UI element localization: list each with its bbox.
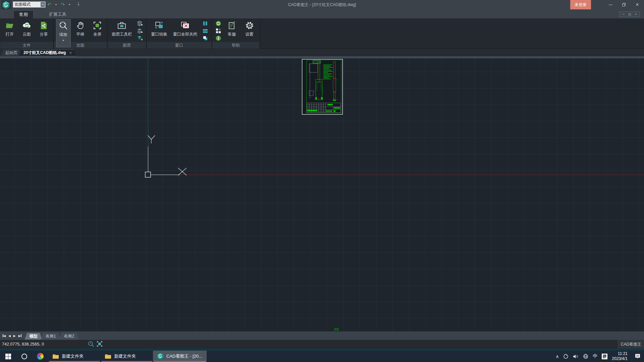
y-axis-label (148, 135, 155, 143)
quick-access-toolbar: 览图模式 ▾ ↶ ▾ ↷ ▾ ▾ (13, 1, 79, 8)
drawing-canvas[interactable] (0, 58, 644, 331)
zoom-extents-button[interactable] (97, 341, 103, 348)
undo-dropdown-button[interactable]: ▾ (53, 2, 59, 8)
layer-toolbar-button[interactable]: 图层工具栏 (110, 19, 133, 37)
group-label-window: 窗口 (147, 42, 211, 49)
windows-taskbar: 新建文件夹 新建文件夹 CAD看图王 - [20... ∧ (0, 351, 644, 362)
layer-list-button[interactable] (137, 20, 143, 26)
share-button[interactable]: 分享 (36, 19, 51, 37)
cursor-coordinates: 742.0775, 636.2565, 0 (0, 342, 44, 347)
ribbon-group-layer: 图层工具栏 图层 (107, 18, 147, 49)
document-tab-row: 起始页 20寸前叉CAD图纸.dwg × (0, 49, 644, 56)
ribbon-tab-extended-tools[interactable]: 扩展工具 (44, 10, 72, 18)
layout-tab-bar: ◀ ◀ ▶ ▶ 模型 布局1 布局2 (0, 331, 644, 340)
taskbar-folder1-button[interactable]: 新建文件夹 (48, 351, 101, 362)
folder-icon (52, 354, 59, 359)
ribbon-tab-common[interactable]: 常用 (13, 10, 34, 18)
search-button[interactable] (16, 351, 32, 362)
layout-tab-layout1[interactable]: 布局1 (41, 333, 61, 340)
next-tab-button[interactable]: ▶ (13, 334, 16, 338)
volume-icon[interactable] (573, 354, 579, 359)
customer-service-button[interactable]: 客服 (224, 19, 239, 37)
mdi-close-button[interactable]: × (634, 12, 638, 16)
zoom-button[interactable]: 缩放 ▾ (56, 19, 71, 47)
settings-button[interactable]: 设置 (242, 19, 257, 37)
doc-tab-drawing[interactable]: 20寸前叉CAD图纸.dwg × (19, 49, 76, 56)
minimize-icon (622, 14, 625, 14)
open-button[interactable]: 打开 (2, 19, 17, 37)
ribbon-group-help: 客服 设置 帮助 (212, 18, 260, 49)
layer-on-button[interactable] (137, 28, 143, 34)
window-switch-button[interactable]: 窗口转换 (150, 19, 169, 37)
minimize-button[interactable] (604, 0, 617, 9)
overflow-caret-icon: ▾ (78, 3, 79, 6)
layout-tab-model[interactable]: 模型 (25, 333, 42, 340)
redo-button[interactable]: ↷ (60, 2, 66, 8)
fullscreen-icon (92, 20, 102, 31)
cad-drawing-preview[interactable] (302, 59, 343, 115)
clock-time: 11:21 (612, 351, 628, 356)
maximize-button[interactable] (617, 0, 631, 9)
ribbon-group-window: 窗口转换 窗口全部关闭 (147, 18, 212, 49)
zoom-magnifier-icon (58, 20, 68, 31)
tray-chevron-up-icon[interactable]: ∧ (556, 354, 559, 359)
group-label-file: 文件 (0, 42, 53, 49)
clock-date: 2023/4/1 (612, 356, 628, 361)
first-tab-button[interactable]: ◀ (3, 334, 6, 338)
system-tray: ∧ 中 拼 11:21 2023/4/1 (556, 351, 644, 362)
cascade-windows-button[interactable] (202, 35, 209, 41)
pan-button[interactable]: 平移 (73, 19, 88, 37)
app-window: 览图模式 ▾ ↶ ▾ ↷ ▾ ▾ CAD看图王 - [20寸前叉CAD图纸.dw… (0, 0, 644, 362)
view-mode-select[interactable]: 览图模式 ▾ (13, 1, 46, 8)
doc-tab-start-page[interactable]: 起始页 (1, 49, 22, 56)
support-doc-icon (227, 20, 237, 31)
windows-logo-icon (5, 354, 11, 359)
group-label-help: 帮助 (212, 42, 259, 49)
redo-dropdown-button[interactable]: ▾ (66, 2, 72, 8)
layer-current-button[interactable] (137, 35, 143, 41)
layout-tab-layout2[interactable]: 布局2 (59, 333, 79, 340)
ribbon: 打开 云图 分享 文件 (0, 18, 644, 49)
window-title: CAD看图王 - [20寸前叉CAD图纸.dwg] (0, 0, 644, 9)
app-logo-icon[interactable] (1, 0, 11, 9)
pickbox-cursor (145, 172, 151, 177)
window-close-all-icon (180, 20, 190, 31)
close-all-windows-button[interactable]: 窗口全部关闭 (172, 19, 199, 37)
action-center-icon[interactable] (635, 354, 641, 359)
toolbar-overflow-button[interactable]: ▾ (73, 2, 79, 8)
prev-tab-button[interactable]: ◀ (8, 334, 11, 338)
tile-horizontal-button[interactable] (202, 28, 209, 34)
cloud-drawing-button[interactable]: 云图 (19, 19, 34, 37)
taskbar-cad-app-button[interactable]: CAD看图王 - [20... (153, 351, 207, 362)
ime-language-indicator[interactable]: 中 (593, 353, 597, 359)
browser-taskbar-button[interactable] (32, 351, 48, 362)
close-icon: × (636, 2, 639, 7)
view-mode-caret-icon[interactable]: ▾ (41, 2, 45, 7)
taskbar-clock[interactable]: 11:21 2023/4/1 (612, 351, 628, 361)
doc-tab-close-icon[interactable]: × (69, 50, 72, 55)
check-update-button[interactable] (215, 20, 222, 26)
maximize-icon (622, 3, 626, 6)
mdi-restore-button[interactable] (627, 12, 632, 16)
cad-app-icon (157, 353, 164, 360)
status-brand: CAD看图王 (618, 340, 644, 349)
tray-security-icon[interactable] (563, 354, 569, 359)
plugin-modules-button[interactable] (215, 28, 222, 34)
tile-vertical-button[interactable] (202, 20, 209, 26)
zoom-window-button[interactable] (88, 341, 94, 348)
mdi-minimize-button[interactable] (621, 12, 626, 16)
start-button[interactable] (0, 351, 16, 362)
canvas-bottom-mark (335, 328, 338, 330)
login-button[interactable]: 未登录 (570, 0, 591, 9)
close-button[interactable]: × (631, 0, 644, 9)
zoom-dropdown-caret-icon[interactable]: ▾ (63, 39, 64, 42)
search-icon (21, 354, 27, 359)
window-switch-icon (154, 20, 164, 31)
last-tab-button[interactable]: ▶ (18, 334, 21, 338)
about-info-button[interactable] (215, 35, 222, 41)
taskbar-folder2-button[interactable]: 新建文件夹 (101, 351, 153, 362)
undo-button[interactable]: ↶ (46, 2, 52, 8)
ime-pinyin-indicator[interactable]: 拼 (602, 354, 607, 359)
network-globe-icon[interactable] (583, 354, 588, 359)
fullscreen-button[interactable]: 全屏 (90, 19, 105, 37)
